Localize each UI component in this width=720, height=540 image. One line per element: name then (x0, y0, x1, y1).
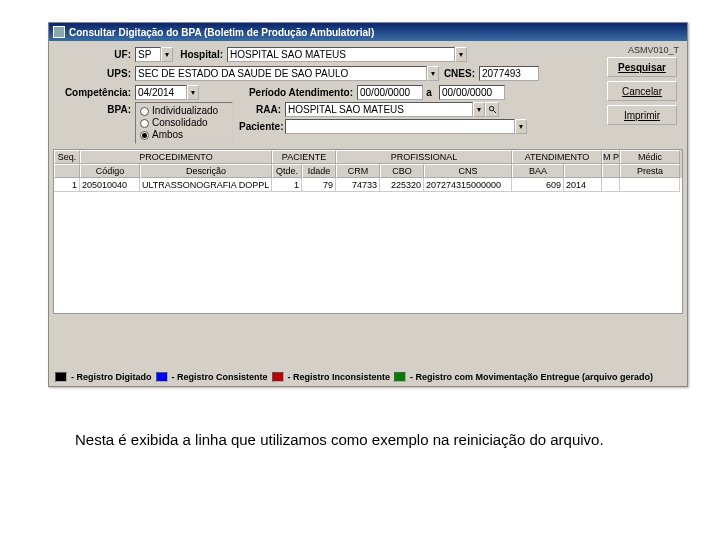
cancelar-button[interactable]: Cancelar (607, 81, 677, 101)
periodo-a-label: a (423, 87, 439, 98)
bpa-label: BPA: (57, 102, 135, 115)
ups-field[interactable]: SEC DE ESTADO DA SAUDE DE SAO PAULO (135, 66, 427, 81)
svg-line-1 (493, 110, 496, 113)
table-row[interactable]: 1 205010040 ULTRASSONOGRAFIA DOPPL 1 79 … (54, 178, 682, 192)
raa-field[interactable]: HOSPITAL SAO MATEUS (285, 102, 473, 117)
gh-medic: Médic (620, 150, 680, 164)
periodo-label: Período Atendimento: (199, 87, 357, 98)
raa-lookup-button[interactable] (485, 102, 499, 117)
uf-dropdown[interactable]: ▾ (161, 47, 173, 62)
swatch-green (394, 372, 406, 382)
window-title: Consultar Digitação do BPA (Boletim de P… (69, 27, 374, 38)
version-code: ASMV010_T (628, 45, 679, 55)
col-cbo: CBO (380, 164, 424, 178)
col-idade: Idade (302, 164, 336, 178)
cnes-field[interactable]: 2077493 (479, 66, 539, 81)
legend: - Registro Digitado - Registro Consisten… (55, 372, 681, 382)
titlebar: Consultar Digitação do BPA (Boletim de P… (49, 23, 687, 41)
col-cns: CNS (424, 164, 512, 178)
gh-paciente: PACIENTE (272, 150, 336, 164)
col-descricao: Descrição (140, 164, 272, 178)
periodo-de-field[interactable]: 00/00/0000 (357, 85, 423, 100)
imprimir-button[interactable]: Imprimir (607, 105, 677, 125)
swatch-black (55, 372, 67, 382)
col-prest: Presta (620, 164, 680, 178)
paciente-field[interactable] (285, 119, 515, 134)
app-icon (53, 26, 65, 38)
col-codigo: Código (80, 164, 140, 178)
competencia-field[interactable]: 04/2014 (135, 85, 187, 100)
col-qtde: Qtde. (272, 164, 302, 178)
svg-point-0 (489, 106, 493, 110)
periodo-a-field[interactable]: 00/00/0000 (439, 85, 505, 100)
gh-mp: M P (602, 150, 620, 164)
hospital-field[interactable]: HOSPITAL SAO MATEUS (227, 47, 455, 62)
gh-atendimento: ATENDIMENTO (512, 150, 602, 164)
bpa-radio-individualizado[interactable]: Individualizado (140, 105, 228, 117)
ups-dropdown[interactable]: ▾ (427, 66, 439, 81)
bpa-radio-consolidado[interactable]: Consolidado (140, 117, 228, 129)
swatch-red (272, 372, 284, 382)
bpa-radio-ambos[interactable]: Ambos (140, 129, 228, 141)
raa-dropdown[interactable]: ▾ (473, 102, 485, 117)
gh-procedimento: PROCEDIMENTO (80, 150, 272, 164)
swatch-blue (156, 372, 168, 382)
pesquisar-button[interactable]: Pesquisar (607, 57, 677, 77)
uf-label: UF: (57, 49, 135, 60)
paciente-label: Paciente: (239, 121, 285, 132)
competencia-dropdown[interactable]: ▾ (187, 85, 199, 100)
cnes-label: CNES: (439, 68, 479, 79)
filter-form: UF: SP ▾ Hospital: HOSPITAL SAO MATEUS ▾… (49, 41, 687, 145)
gh-profissional: PROFISSIONAL (336, 150, 512, 164)
raa-label: RAA: (239, 104, 285, 115)
caption-text: Nesta é exibida a linha que utilizamos c… (75, 430, 655, 450)
uf-field[interactable]: SP (135, 47, 161, 62)
result-grid: Seq. PROCEDIMENTO PACIENTE PROFISSIONAL … (53, 149, 683, 314)
paciente-dropdown[interactable]: ▾ (515, 119, 527, 134)
hospital-label: Hospital: (173, 49, 227, 60)
gh-seq: Seq. (54, 150, 80, 164)
col-ano (564, 164, 602, 178)
bpa-radio-group: Individualizado Consolidado Ambos (135, 102, 233, 144)
app-window: Consultar Digitação do BPA (Boletim de P… (48, 22, 688, 387)
col-crm: CRM (336, 164, 380, 178)
col-baa: BAA (512, 164, 564, 178)
competencia-label: Competência: (57, 87, 135, 98)
hospital-dropdown[interactable]: ▾ (455, 47, 467, 62)
ups-label: UPS: (57, 68, 135, 79)
